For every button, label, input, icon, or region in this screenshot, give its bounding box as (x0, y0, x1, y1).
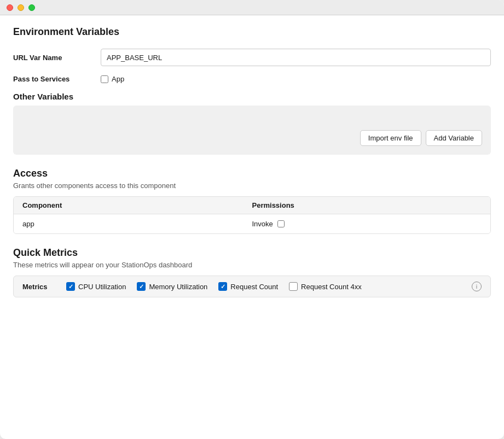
permissions-cell: Invoke (252, 220, 285, 228)
add-variable-button[interactable]: Add Variable (426, 130, 482, 146)
pass-to-services-row: Pass to Services App (13, 75, 491, 83)
metric-memory-utilization: Memory Utilization (137, 282, 207, 291)
table-header: Component Permissions (14, 197, 490, 214)
window: Environment Variables URL Var Name Pass … (0, 0, 504, 439)
cpu-utilization-checkbox[interactable] (66, 282, 75, 291)
pass-to-services-checkbox-label: App (112, 75, 124, 83)
request-count-4xx-checkbox[interactable] (289, 282, 298, 291)
pass-to-services-label: Pass to Services (13, 75, 101, 83)
component-cell: app (22, 220, 252, 228)
memory-utilization-checkbox[interactable] (137, 282, 146, 291)
request-count-checkbox[interactable] (218, 282, 227, 291)
import-env-file-button[interactable]: Import env file (360, 130, 421, 146)
request-count-label: Request Count (230, 283, 278, 291)
metric-request-count-4xx: Request Count 4xx (289, 282, 362, 291)
table-row: app Invoke (14, 214, 490, 233)
other-variables-section: Other Variables Import env file Add Vari… (13, 92, 491, 155)
metrics-items: CPU Utilization Memory Utilization Reque… (66, 282, 362, 291)
access-table: Component Permissions app Invoke (13, 196, 491, 234)
col-permissions-header: Permissions (252, 201, 294, 209)
invoke-label: Invoke (252, 220, 273, 228)
pass-to-services-checkbox[interactable] (101, 75, 108, 83)
invoke-checkbox[interactable] (277, 220, 285, 227)
page-title: Environment Variables (13, 26, 491, 38)
access-section: Access Grants other components access to… (13, 168, 491, 234)
cpu-utilization-label: CPU Utilization (78, 283, 126, 291)
info-icon[interactable]: i (472, 282, 482, 291)
request-count-4xx-label: Request Count 4xx (301, 283, 362, 291)
quick-metrics-subtitle: These metrics will appear on your Statio… (13, 261, 491, 269)
url-var-name-row: URL Var Name (13, 49, 491, 66)
url-var-name-input[interactable] (101, 49, 491, 66)
access-subtitle: Grants other components access to this c… (13, 182, 491, 190)
metric-cpu-utilization: CPU Utilization (66, 282, 126, 291)
main-content: Environment Variables URL Var Name Pass … (0, 15, 504, 308)
metric-request-count: Request Count (218, 282, 278, 291)
col-component-header: Component (22, 201, 252, 209)
metrics-row: Metrics CPU Utilization Memory Utilizati… (13, 276, 491, 297)
invoke-row: Invoke (252, 220, 285, 228)
access-title: Access (13, 168, 491, 179)
maximize-button[interactable] (28, 4, 35, 11)
pass-to-services-checkbox-row: App (101, 75, 124, 83)
minimize-button[interactable] (18, 4, 24, 11)
quick-metrics-section: Quick Metrics These metrics will appear … (13, 247, 491, 297)
memory-utilization-label: Memory Utilization (149, 283, 207, 291)
close-button[interactable] (7, 4, 13, 11)
other-variables-heading: Other Variables (13, 92, 491, 101)
url-var-name-label: URL Var Name (13, 54, 101, 62)
title-bar (0, 0, 504, 15)
quick-metrics-title: Quick Metrics (13, 247, 491, 259)
other-variables-buttons: Import env file Add Variable (360, 130, 482, 146)
metrics-label: Metrics (22, 283, 66, 291)
other-variables-box: Import env file Add Variable (13, 106, 491, 155)
